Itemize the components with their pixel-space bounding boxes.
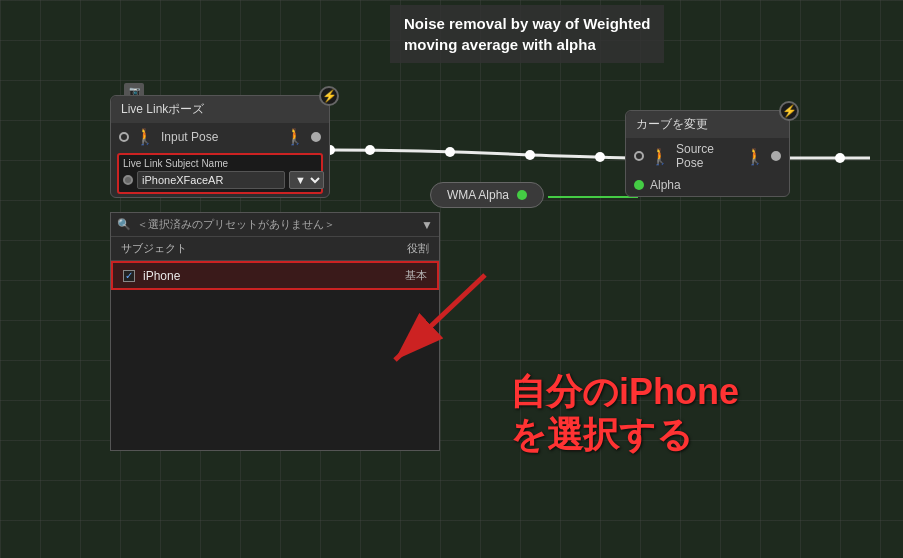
input-pose-row: 🚶 Input Pose 🚶	[111, 123, 329, 150]
wma-green-dot	[517, 190, 527, 200]
filter-icon: 🔍	[117, 218, 131, 231]
subject-input[interactable]	[137, 171, 285, 189]
dropdown-search-row: 🔍 ＜選択済みのプリセットがありません＞ ▼	[111, 213, 439, 237]
person-icon-right: 🚶	[285, 127, 305, 146]
dropdown-arrow-icon: ▼	[421, 218, 433, 232]
live-link-node: Live Linkポーズ ⚡ 🚶 Input Pose 🚶 Live Link …	[110, 95, 330, 198]
empty-rows	[111, 290, 439, 450]
source-pose-label: Source Pose	[676, 142, 739, 170]
col-role-header: 役割	[369, 241, 429, 256]
subject-label: Live Link Subject Name	[123, 158, 317, 169]
dropdown-panel: 🔍 ＜選択済みのプリセットがありません＞ ▼ サブジェクト 役割 iPhone …	[110, 212, 440, 451]
jp-line1: 自分のiPhone	[510, 370, 739, 413]
curve-node-title: カーブを変更	[636, 117, 708, 131]
input-pose-label: Input Pose	[161, 130, 218, 144]
subject-pin	[123, 175, 133, 185]
iphone-label: iPhone	[143, 269, 359, 283]
alpha-label: Alpha	[650, 178, 681, 192]
wma-label: WMA Alpha	[447, 188, 509, 202]
role-label: 基本	[367, 268, 427, 283]
input-pin	[119, 132, 129, 142]
wma-node: WMA Alpha	[430, 182, 544, 208]
curve-node-header: カーブを変更	[626, 111, 789, 138]
person-icon-left: 🚶	[135, 127, 155, 146]
annotation-line2: moving average with alpha	[404, 36, 596, 53]
checkbox-iphone[interactable]	[123, 270, 135, 282]
col-subject-header: サブジェクト	[121, 241, 369, 256]
table-header: サブジェクト 役割	[111, 237, 439, 261]
curve-node: カーブを変更 ⚡ 🚶 Source Pose 🚶 Alpha	[625, 110, 790, 197]
subject-dropdown[interactable]: ▼	[289, 171, 324, 189]
source-pin-right	[771, 151, 781, 161]
top-annotation: Noise removal by way of Weighted moving …	[390, 5, 664, 63]
alpha-row: Alpha	[626, 174, 789, 196]
output-pin	[311, 132, 321, 142]
node-header: Live Linkポーズ	[111, 96, 329, 123]
lightning-icon-2: ⚡	[779, 101, 799, 121]
table-row-iphone[interactable]: iPhone 基本	[111, 261, 439, 290]
jp-line2: を選択する	[510, 413, 739, 456]
annotation-line1: Noise removal by way of Weighted	[404, 15, 650, 32]
source-person-right: 🚶	[745, 147, 765, 166]
node-header-label: Live Linkポーズ	[121, 101, 204, 118]
alpha-green-dot	[634, 180, 644, 190]
subject-name-section: Live Link Subject Name ▼	[117, 153, 323, 194]
source-pin-left	[634, 151, 644, 161]
source-person-left: 🚶	[650, 147, 670, 166]
jp-annotation: 自分のiPhone を選択する	[510, 370, 739, 456]
source-pose-row: 🚶 Source Pose 🚶	[626, 138, 789, 174]
preset-text: ＜選択済みのプリセットがありません＞	[137, 217, 415, 232]
lightning-icon-1: ⚡	[319, 86, 339, 106]
